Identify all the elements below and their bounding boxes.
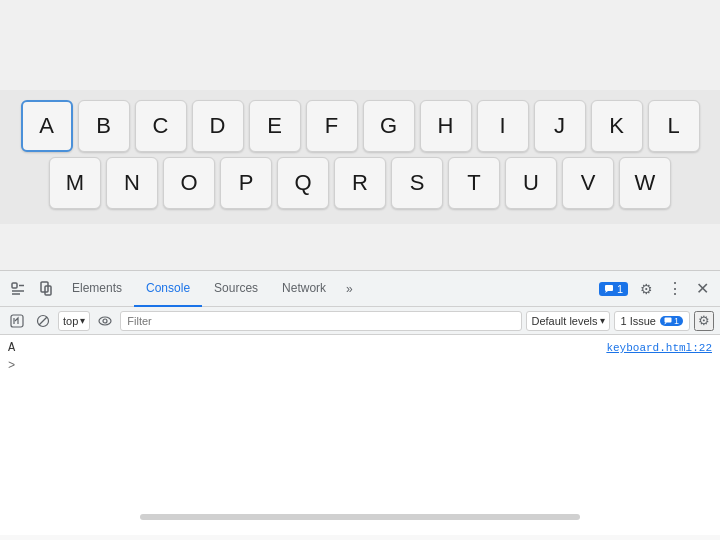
block-icon xyxy=(36,314,50,328)
tab-network[interactable]: Network xyxy=(270,271,338,307)
badge-count: 1 xyxy=(617,283,623,295)
console-settings-button[interactable]: ⚙ xyxy=(694,311,714,331)
key-m[interactable]: M xyxy=(49,157,101,209)
svg-rect-13 xyxy=(664,317,671,322)
tab-console-label: Console xyxy=(146,281,190,295)
default-levels-arrow-icon: ▾ xyxy=(600,315,605,326)
console-log-source[interactable]: keyboard.html:22 xyxy=(606,342,712,354)
devtools-more-button[interactable]: ⋮ xyxy=(660,275,688,303)
tab-more-label: » xyxy=(346,282,353,296)
key-o[interactable]: O xyxy=(163,157,215,209)
devtools-settings-button[interactable]: ⚙ xyxy=(632,275,660,303)
execute-icon xyxy=(10,314,24,328)
console-toolbar: top ▾ Default levels ▾ 1 Issue 1 xyxy=(0,307,720,335)
ellipsis-icon: ⋮ xyxy=(667,279,682,298)
console-line-1: A keyboard.html:22 xyxy=(0,339,720,357)
console-output: A keyboard.html:22 > xyxy=(0,335,720,535)
tab-elements[interactable]: Elements xyxy=(60,271,134,307)
filter-input[interactable] xyxy=(120,311,522,331)
inspect-element-button[interactable] xyxy=(4,275,32,303)
keyboard-row-2: MNOPQRSTUVW xyxy=(8,157,712,209)
svg-point-11 xyxy=(99,317,111,325)
eye-icon xyxy=(98,316,112,326)
default-levels-selector[interactable]: Default levels ▾ xyxy=(526,311,609,331)
key-l[interactable]: L xyxy=(648,100,700,152)
device-toggle-button[interactable] xyxy=(32,275,60,303)
key-h[interactable]: H xyxy=(420,100,472,152)
tab-sources[interactable]: Sources xyxy=(202,271,270,307)
key-s[interactable]: S xyxy=(391,157,443,209)
console-block-button[interactable] xyxy=(32,310,54,332)
key-j[interactable]: J xyxy=(534,100,586,152)
svg-rect-6 xyxy=(605,285,613,291)
gear-icon: ⚙ xyxy=(640,281,653,297)
console-log-text: A xyxy=(8,341,606,355)
tab-console[interactable]: Console xyxy=(134,271,202,307)
issues-label: 1 Issue xyxy=(621,315,656,327)
keyboard-row-1: ABCDEFGHIJKL xyxy=(8,100,712,152)
issues-chat-icon xyxy=(664,317,672,325)
issues-badge-area: 1 xyxy=(599,282,628,296)
key-c[interactable]: C xyxy=(135,100,187,152)
key-k[interactable]: K xyxy=(591,100,643,152)
keyboard-area: ABCDEFGHIJKL MNOPQRSTUVW xyxy=(0,90,720,224)
browser-top xyxy=(0,0,720,90)
key-i[interactable]: I xyxy=(477,100,529,152)
key-w[interactable]: W xyxy=(619,157,671,209)
console-settings-icon: ⚙ xyxy=(698,313,710,328)
key-p[interactable]: P xyxy=(220,157,272,209)
default-levels-label: Default levels xyxy=(531,315,597,327)
svg-point-12 xyxy=(103,319,107,323)
key-t[interactable]: T xyxy=(448,157,500,209)
issues-count-badge: 1 xyxy=(599,282,628,296)
svg-marker-14 xyxy=(664,322,667,324)
devtools-close-button[interactable]: ✕ xyxy=(688,275,716,303)
key-u[interactable]: U xyxy=(505,157,557,209)
chat-icon xyxy=(604,284,614,294)
issues-toolbar-badge[interactable]: 1 Issue 1 xyxy=(614,311,690,331)
key-v[interactable]: V xyxy=(562,157,614,209)
issues-count: 1 xyxy=(660,316,683,326)
context-arrow-icon: ▾ xyxy=(80,315,85,326)
key-e[interactable]: E xyxy=(249,100,301,152)
key-r[interactable]: R xyxy=(334,157,386,209)
key-b[interactable]: B xyxy=(78,100,130,152)
devtools-panel: Elements Console Sources Network » 1 xyxy=(0,270,720,540)
tab-sources-label: Sources xyxy=(214,281,258,295)
context-label: top xyxy=(63,315,78,327)
key-q[interactable]: Q xyxy=(277,157,329,209)
key-n[interactable]: N xyxy=(106,157,158,209)
eye-button[interactable] xyxy=(94,310,116,332)
key-f[interactable]: F xyxy=(306,100,358,152)
key-d[interactable]: D xyxy=(192,100,244,152)
tab-network-label: Network xyxy=(282,281,326,295)
svg-line-10 xyxy=(39,317,47,325)
console-prompt-line: > xyxy=(0,357,720,375)
svg-marker-7 xyxy=(605,291,608,293)
issues-text: 1 Issue xyxy=(621,315,656,327)
console-caret-symbol: > xyxy=(8,359,15,373)
horizontal-scrollbar[interactable] xyxy=(140,514,580,520)
console-execute-button[interactable] xyxy=(6,310,28,332)
key-g[interactable]: G xyxy=(363,100,415,152)
context-selector[interactable]: top ▾ xyxy=(58,311,90,331)
tab-elements-label: Elements xyxy=(72,281,122,295)
devtools-toolbar: Elements Console Sources Network » 1 xyxy=(0,271,720,307)
svg-rect-0 xyxy=(12,283,17,288)
tab-more-button[interactable]: » xyxy=(338,271,361,307)
close-icon: ✕ xyxy=(696,279,709,298)
svg-rect-8 xyxy=(11,315,23,327)
key-a[interactable]: A xyxy=(21,100,73,152)
